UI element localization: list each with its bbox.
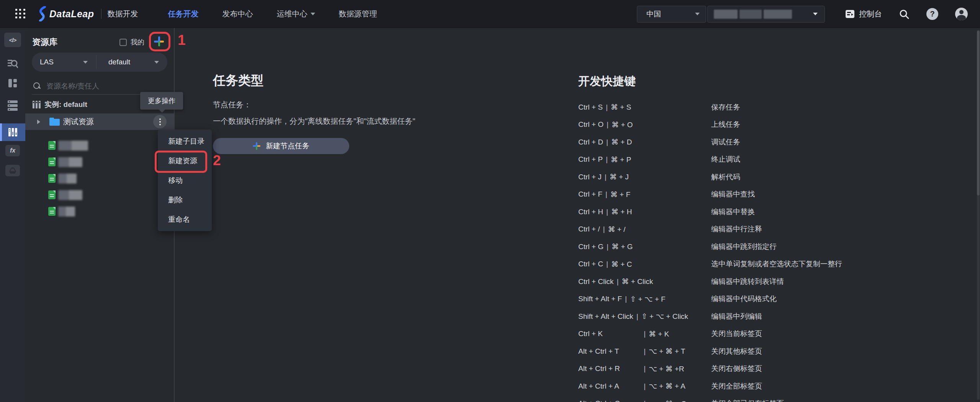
list-item[interactable] bbox=[25, 154, 174, 170]
list-item[interactable] bbox=[25, 203, 174, 220]
help-icon[interactable]: ? bbox=[926, 8, 938, 20]
console-button[interactable]: 控制台 bbox=[845, 9, 882, 19]
layout-blocks-icon bbox=[8, 78, 18, 88]
engine-db-selector: LAS default bbox=[32, 53, 167, 72]
more-actions-tooltip: 更多操作 bbox=[140, 92, 183, 110]
resource-search-input[interactable] bbox=[46, 82, 167, 90]
rail-item-resource-library-active[interactable] bbox=[0, 123, 25, 141]
mine-checkbox[interactable] bbox=[119, 39, 127, 46]
server-list-icon bbox=[7, 100, 18, 112]
menu-item-rename[interactable]: 重命名 bbox=[158, 210, 212, 229]
shortcut-row: Ctrl + C|⌘ + C选中单词复制或者空选状态下复制一整行 bbox=[578, 256, 842, 273]
green-resource-icon bbox=[48, 141, 56, 150]
dataleap-logo: DataLeap bbox=[37, 6, 94, 21]
shortcut-row: Ctrl + /|⌘ + /编辑器中行注释 bbox=[578, 221, 842, 238]
main-nav: 任务开发 发布中心 运维中心 数据源管理 bbox=[168, 9, 377, 19]
shortcuts-list: Ctrl + S|⌘ + S保存任务 Ctrl + O|⌘ + O上线任务 Ct… bbox=[578, 98, 842, 402]
redacted-text bbox=[58, 157, 82, 167]
green-resource-icon bbox=[48, 158, 56, 166]
shortcut-row: Ctrl + H|⌘ + H编辑器中替换 bbox=[578, 203, 842, 221]
green-resource-icon bbox=[48, 190, 56, 199]
nav-release-center[interactable]: 发布中心 bbox=[223, 9, 253, 19]
chevron-down-icon bbox=[83, 61, 88, 64]
redacted-account-name bbox=[714, 10, 792, 19]
add-resource-button[interactable] bbox=[154, 36, 164, 46]
rail-item-search-resources[interactable] bbox=[0, 57, 25, 71]
rail-item-layout[interactable] bbox=[0, 76, 25, 90]
resource-list bbox=[25, 137, 174, 220]
list-item[interactable] bbox=[25, 187, 174, 203]
menu-item-new-subdirectory[interactable]: 新建子目录 bbox=[158, 131, 212, 151]
rail-item-server-list[interactable] bbox=[0, 98, 25, 113]
mine-label: 我的 bbox=[131, 38, 144, 47]
nav-datasource-mgmt[interactable]: 数据源管理 bbox=[339, 9, 377, 19]
shortcut-row: Ctrl + J|⌘ + J解析代码 bbox=[578, 168, 842, 186]
shortcuts-section: 开发快捷键 Ctrl + S|⌘ + S保存任务 Ctrl + O|⌘ + O上… bbox=[578, 74, 842, 402]
shortcut-row: Alt + Ctrl + R|⌥ + ⌘ +R关闭右侧标签页 bbox=[578, 360, 842, 378]
green-resource-icon bbox=[48, 174, 56, 183]
fx-icon: fx bbox=[5, 145, 20, 156]
section-title: 任务类型 bbox=[213, 72, 415, 89]
data-columns-icon bbox=[8, 127, 18, 137]
annotation-step2: 2 bbox=[213, 153, 221, 169]
shortcut-row: Ctrl + D|⌘ + D调试任务 bbox=[578, 133, 842, 151]
colorful-plus-icon bbox=[253, 142, 260, 150]
shortcut-row: Ctrl + S|⌘ + S保存任务 bbox=[578, 98, 842, 116]
page-scrollbar[interactable] bbox=[977, 30, 980, 400]
annotation-step1: 1 bbox=[178, 32, 186, 48]
shortcuts-title: 开发快捷键 bbox=[578, 74, 842, 89]
shortcut-row: Alt + Ctrl + T|⌥ + ⌘ + T关闭其他标签页 bbox=[578, 343, 842, 360]
chevron-down-icon bbox=[311, 13, 315, 15]
top-bar: DataLeap 数据开发 任务开发 发布中心 运维中心 数据源管理 中国 bbox=[0, 0, 980, 28]
engine-select[interactable]: LAS bbox=[32, 55, 97, 69]
menu-item-move[interactable]: 移动 bbox=[158, 171, 212, 190]
account-select[interactable] bbox=[707, 6, 825, 23]
shortcut-row: Ctrl + O|⌘ + O上线任务 bbox=[578, 116, 842, 134]
instance-icon bbox=[33, 101, 41, 108]
user-avatar[interactable] bbox=[955, 8, 968, 20]
shortcut-row: Shift + Alt + F|⇧ + ⌥ + F编辑器中代码格式化 bbox=[578, 290, 842, 308]
app-grid-icon[interactable] bbox=[15, 9, 26, 19]
task-type-section: 任务类型 节点任务： 一个数据执行的操作，分为"离线数据任务"和"流式数据任务"… bbox=[213, 72, 415, 154]
chevron-down-icon bbox=[695, 13, 700, 15]
database-select[interactable]: default bbox=[97, 58, 167, 66]
search-icon bbox=[33, 82, 41, 90]
context-menu: 新建子目录 新建资源 移动 删除 重命名 bbox=[158, 130, 212, 231]
redacted-text bbox=[58, 141, 88, 151]
code-icon: </> bbox=[4, 33, 21, 47]
chevron-down-icon bbox=[813, 13, 818, 15]
node-task-label: 节点任务： bbox=[213, 100, 415, 110]
list-item[interactable] bbox=[25, 170, 174, 187]
left-icon-rail: </> bbox=[0, 28, 25, 402]
rail-item-code-editor[interactable]: </> bbox=[0, 32, 25, 48]
menu-item-delete[interactable]: 删除 bbox=[158, 190, 212, 210]
create-node-task-button[interactable]: 新建节点任务 bbox=[213, 138, 349, 154]
redacted-text bbox=[58, 174, 77, 184]
product-name: 数据开发 bbox=[108, 9, 138, 19]
search-icon[interactable] bbox=[899, 9, 910, 20]
brand-name: DataLeap bbox=[49, 8, 94, 20]
shortcut-row: Ctrl + P|⌘ + P终止调试 bbox=[578, 151, 842, 169]
shortcut-row: Ctrl + K|⌘ + K关闭当前标签页 bbox=[578, 325, 842, 343]
scrollbar-thumb[interactable] bbox=[977, 31, 980, 195]
shortcut-row: Ctrl + Click|⌘ + Click编辑器中跳转到表详情 bbox=[578, 273, 842, 290]
topbar-right: 中国 控制台 bbox=[637, 0, 968, 28]
shortcut-row: Ctrl + G|⌘ + G编辑器中跳到指定行 bbox=[578, 238, 842, 256]
list-item[interactable] bbox=[25, 137, 174, 154]
shortcut-row: Alt + Ctrl + C|⌥ + ⌘ + C关闭全部已保存标签页 bbox=[578, 395, 842, 402]
region-select[interactable]: 中国 bbox=[637, 6, 706, 23]
console-icon bbox=[845, 9, 855, 19]
nav-task-dev[interactable]: 任务开发 bbox=[168, 9, 199, 19]
nav-ops-center[interactable]: 运维中心 bbox=[277, 9, 315, 19]
shortcut-row: Ctrl + F|⌘ + F编辑器中查找 bbox=[578, 186, 842, 203]
logo-swoosh-icon bbox=[37, 6, 47, 21]
panel-title: 资源库 bbox=[32, 36, 57, 48]
redacted-text bbox=[58, 207, 75, 217]
caret-right-icon bbox=[37, 120, 40, 124]
folder-row-test-resources[interactable]: 测试资源 bbox=[25, 113, 174, 130]
rail-item-drive[interactable] bbox=[0, 164, 25, 177]
menu-item-new-resource[interactable]: 新建资源 bbox=[158, 151, 212, 171]
colorful-plus-icon bbox=[154, 36, 164, 46]
more-actions-button[interactable] bbox=[153, 115, 167, 128]
rail-item-functions[interactable]: fx bbox=[0, 144, 25, 157]
